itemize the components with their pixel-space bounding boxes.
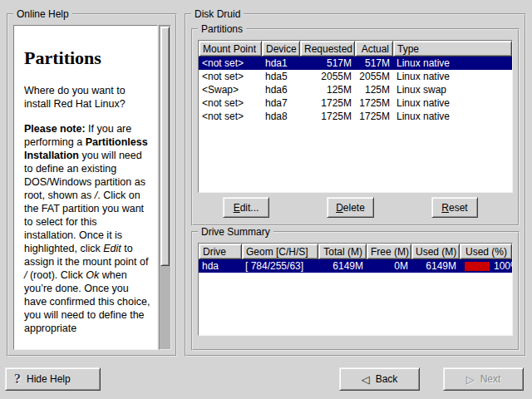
cell-drive: hda (199, 260, 242, 272)
partition-row-hda7[interactable]: <not set> hda7 1725M 1725M Linux native (199, 96, 512, 110)
partitions-table-body: <not set> hda1 517M 517M Linux native <n… (199, 57, 512, 192)
drive-summary-group: Drive Summary Drive Geom [C/H/S] Total (… (191, 231, 520, 351)
partition-row-hda5[interactable]: <not set> hda5 2055M 2055M Linux native (199, 70, 512, 83)
cell-device: hda5 (262, 71, 300, 82)
col-header-geom[interactable]: Geom [C/H/S] (242, 244, 318, 259)
usage-pct-label: 100% (494, 260, 512, 272)
help-scrollbar-thumb[interactable] (160, 27, 170, 266)
delete-button-label: Delete (336, 202, 365, 214)
cell-actual: 2055M (355, 71, 393, 82)
online-help-panel: Online Help Partitions Where do you want… (7, 13, 177, 357)
installer-window: Online Help Partitions Where do you want… (0, 0, 532, 399)
col-header-free[interactable]: Free (M) (367, 244, 411, 259)
drive-summary-table: Drive Geom [C/H/S] Total (M) Free (M) Us… (198, 243, 513, 336)
edit-button-label: Edit... (234, 202, 259, 214)
cell-requested: 1725M (300, 97, 355, 109)
cell-geom: [ 784/255/63] (242, 260, 318, 272)
col-header-drive[interactable]: Drive (199, 244, 242, 259)
cell-mount-point: <Swap> (199, 84, 262, 96)
help-note-italic: Ok (86, 269, 99, 281)
col-header-type[interactable]: Type (393, 41, 512, 57)
back-arrow-icon: ◁ (362, 374, 370, 385)
cell-type: Linux swap (393, 84, 512, 96)
help-note-text: (root). Click (27, 269, 86, 281)
partitions-table: Mount Point Device Requested Actual Type… (198, 40, 513, 193)
cell-type: Linux native (393, 71, 512, 82)
disk-druid-panel: Disk Druid Partitions Mount Point Device… (185, 13, 526, 357)
cell-total: 6149M (318, 260, 367, 272)
col-header-mount-point[interactable]: Mount Point (199, 41, 262, 57)
back-label: Back (376, 373, 398, 385)
drive-row-hda[interactable]: hda [ 784/255/63] 6149M 0M 6149M 100% (199, 259, 512, 273)
col-header-used-pct[interactable]: Used (%) (460, 244, 512, 259)
cell-type: Linux native (393, 57, 512, 69)
cell-used-pct: 100% (460, 260, 512, 272)
partition-actions: Edit... Delete Reset (198, 197, 513, 218)
cell-device: hda7 (262, 97, 300, 109)
cell-mount-point: <not set> (199, 111, 262, 122)
partitions-legend: Partitions (198, 23, 246, 35)
cell-device: hda8 (262, 111, 300, 122)
next-label: Next (480, 373, 501, 385)
col-header-total[interactable]: Total (M) (318, 244, 367, 259)
cell-mount-point: <not set> (199, 71, 262, 82)
cell-actual: 125M (355, 84, 393, 96)
cell-mount-point: <not set> (199, 57, 262, 69)
next-button[interactable]: ▷ Next (443, 367, 524, 391)
cell-device: hda6 (262, 84, 300, 96)
cell-requested: 2055M (300, 71, 355, 82)
partitions-group: Partitions Mount Point Device Requested … (191, 28, 520, 226)
help-intro: Where do you want to install Red Hat Lin… (24, 84, 150, 111)
cell-used-m: 6149M (411, 260, 460, 272)
reset-button[interactable]: Reset (431, 197, 478, 218)
cell-requested: 517M (300, 57, 355, 69)
online-help-legend: Online Help (13, 8, 72, 20)
reset-button-label: Reset (441, 202, 467, 214)
drive-summary-header: Drive Geom [C/H/S] Total (M) Free (M) Us… (199, 244, 512, 259)
col-header-device[interactable]: Device (262, 41, 300, 57)
help-note-italic: Edit (103, 243, 121, 254)
help-text-area: Partitions Where do you want to install … (13, 25, 158, 350)
partition-row-hda1[interactable]: <not set> hda1 517M 517M Linux native (199, 57, 512, 70)
help-note-bold: Please note: (24, 123, 86, 135)
drive-summary-body: hda [ 784/255/63] 6149M 0M 6149M 100% (199, 259, 512, 335)
cell-type: Linux native (393, 97, 512, 109)
usage-bar (465, 262, 490, 271)
drive-summary-legend: Drive Summary (198, 226, 273, 238)
col-header-requested[interactable]: Requested (300, 41, 355, 57)
cell-free: 0M (367, 260, 411, 272)
col-header-used-m[interactable]: Used (M) (411, 244, 460, 259)
help-scrollbar[interactable] (159, 25, 171, 350)
back-button[interactable]: ◁ Back (339, 367, 420, 391)
hide-help-label: Hide Help (27, 373, 71, 385)
edit-button[interactable]: Edit... (223, 197, 269, 218)
partition-row-hda8[interactable]: <not set> hda8 1725M 1725M Linux native (199, 110, 512, 123)
cell-actual: 1725M (355, 111, 393, 122)
partitions-table-header: Mount Point Device Requested Actual Type (199, 41, 512, 57)
cell-device: hda1 (262, 57, 300, 69)
partition-row-hda6[interactable]: <Swap> hda6 125M 125M Linux swap (199, 83, 512, 96)
cell-mount-point: <not set> (199, 97, 262, 109)
cell-type: Linux native (393, 111, 512, 122)
cell-requested: 125M (300, 84, 355, 96)
delete-button[interactable]: Delete (327, 197, 374, 218)
help-title: Partitions (24, 47, 150, 69)
disk-druid-legend: Disk Druid (191, 8, 244, 20)
cell-requested: 1725M (300, 111, 355, 122)
hide-help-button[interactable]: ? Hide Help (5, 367, 101, 391)
help-viewport: Partitions Where do you want to install … (13, 25, 171, 350)
col-header-actual[interactable]: Actual (355, 41, 393, 57)
next-arrow-icon: ▷ (466, 374, 475, 385)
help-question-icon: ? (14, 372, 21, 387)
help-note: Please note: If you are performing a Par… (24, 122, 150, 335)
cell-actual: 1725M (355, 97, 393, 109)
cell-actual: 517M (355, 57, 393, 69)
